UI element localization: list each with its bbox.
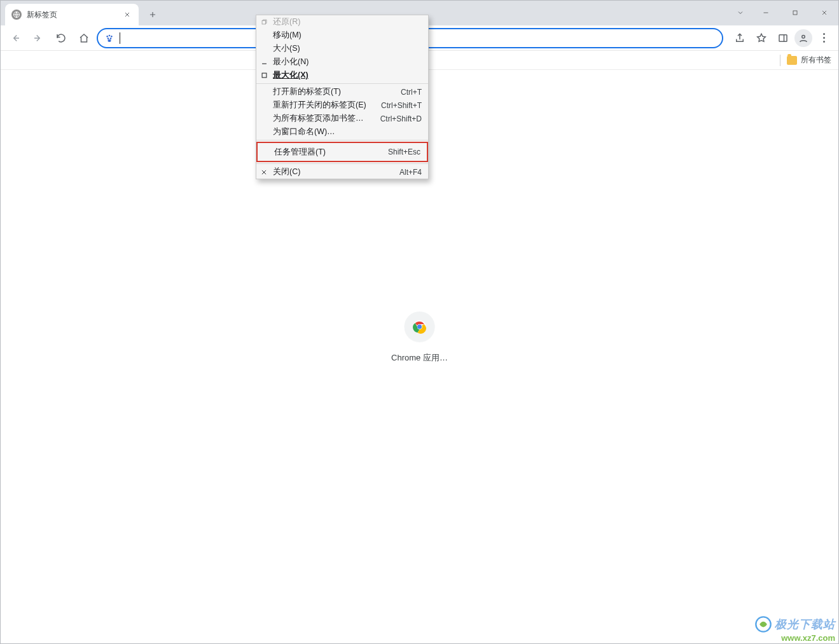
menu-label: 大小(S): [273, 43, 422, 54]
home-button[interactable]: [74, 28, 94, 48]
menu-separator: [256, 83, 428, 84]
menu-item-bookmark-all[interactable]: 为所有标签页添加书签… Ctrl+Shift+D: [256, 112, 428, 125]
svg-point-7: [107, 39, 111, 42]
forward-button[interactable]: [28, 28, 48, 48]
share-icon[interactable]: [730, 28, 750, 48]
three-dots-icon: [823, 33, 825, 43]
bookmark-separator: [780, 55, 780, 66]
menu-label: 移动(M): [273, 30, 422, 41]
menu-item-task-manager[interactable]: 任务管理器(T) Shift+Esc: [258, 143, 427, 161]
side-panel-icon[interactable]: [773, 28, 793, 48]
svg-rect-14: [262, 73, 267, 78]
tab-search-button[interactable]: [730, 3, 751, 22]
svg-point-9: [802, 35, 805, 38]
menu-label: 关闭(C): [273, 167, 396, 177]
menu-item-minimize[interactable]: 最小化(N): [256, 55, 428, 69]
menu-item-new-tab[interactable]: 打开新的标签页(T) Ctrl+T: [256, 85, 428, 99]
menu-item-maximize[interactable]: 最大化(X): [256, 69, 428, 82]
new-tab-button[interactable]: [144, 6, 162, 24]
folder-icon: [787, 56, 797, 65]
menu-separator: [256, 140, 428, 140]
maximize-icon: [259, 71, 269, 81]
svg-point-6: [110, 38, 112, 39]
close-icon: [259, 167, 269, 177]
reload-button[interactable]: [51, 28, 71, 48]
svg-point-2: [106, 36, 108, 38]
window-close-button[interactable]: [810, 3, 839, 22]
menu-shortcut: Alt+F4: [399, 168, 422, 177]
chrome-apps-label: Chrome 应用…: [391, 352, 448, 364]
svg-point-5: [107, 38, 109, 39]
bookmark-star-icon[interactable]: [751, 28, 772, 48]
menu-item-reopen-tab[interactable]: 重新打开关闭的标签页(E) Ctrl+Shift+T: [256, 99, 428, 112]
window-controls: [730, 0, 839, 25]
menu-item-move[interactable]: 移动(M): [256, 29, 428, 42]
menu-item-task-manager-highlight: 任务管理器(T) Shift+Esc: [256, 142, 428, 162]
chrome-logo-icon: [404, 312, 434, 342]
menu-label: 为所有标签页添加书签…: [273, 113, 377, 124]
menu-shortcut: Shift+Esc: [388, 147, 420, 156]
menu-label: 最大化(X): [273, 70, 422, 81]
text-caret: [120, 32, 120, 44]
svg-rect-13: [262, 20, 266, 24]
restore-icon: [259, 17, 269, 27]
globe-icon: [11, 10, 22, 20]
svg-point-3: [109, 34, 111, 36]
all-bookmarks-button[interactable]: 所有书签: [787, 55, 831, 65]
svg-rect-8: [779, 34, 787, 41]
tab-close-button[interactable]: [122, 10, 132, 20]
menu-shortcut: Ctrl+Shift+T: [381, 101, 422, 110]
tab-title: 新标签页: [27, 10, 122, 20]
minimize-button[interactable]: [751, 3, 780, 22]
menu-item-restore: 还原(R): [256, 15, 428, 29]
menu-item-name-window[interactable]: 为窗口命名(W)…: [256, 125, 428, 139]
menu-shortcut: Ctrl+Shift+D: [380, 114, 422, 123]
menu-label: 最小化(N): [273, 57, 422, 67]
menu-shortcut: Ctrl+T: [401, 88, 422, 97]
menu-label: 重新打开关闭的标签页(E): [273, 100, 377, 111]
all-bookmarks-label: 所有书签: [801, 55, 831, 65]
minimize-icon: [259, 57, 269, 67]
chrome-apps-shortcut[interactable]: Chrome 应用…: [391, 312, 448, 364]
baidu-paw-icon: [104, 33, 114, 43]
menu-label: 还原(R): [273, 17, 422, 27]
window-context-menu: 还原(R) 移动(M) 大小(S) 最小化(N) 最大化(X) 打开新的标签页(…: [256, 15, 429, 179]
svg-point-4: [111, 36, 113, 38]
menu-label: 任务管理器(T): [274, 147, 384, 158]
menu-label: 为窗口命名(W)…: [273, 127, 422, 137]
maximize-button[interactable]: [780, 3, 810, 22]
chrome-menu-button[interactable]: [814, 28, 834, 48]
menu-item-size[interactable]: 大小(S): [256, 42, 428, 55]
svg-rect-1: [793, 11, 797, 15]
menu-separator: [256, 163, 428, 164]
browser-tab[interactable]: 新标签页: [5, 4, 139, 25]
profile-avatar-button[interactable]: [794, 29, 812, 47]
back-button[interactable]: [5, 28, 25, 48]
menu-item-close[interactable]: 关闭(C) Alt+F4: [256, 165, 428, 179]
menu-label: 打开新的标签页(T): [273, 86, 397, 97]
